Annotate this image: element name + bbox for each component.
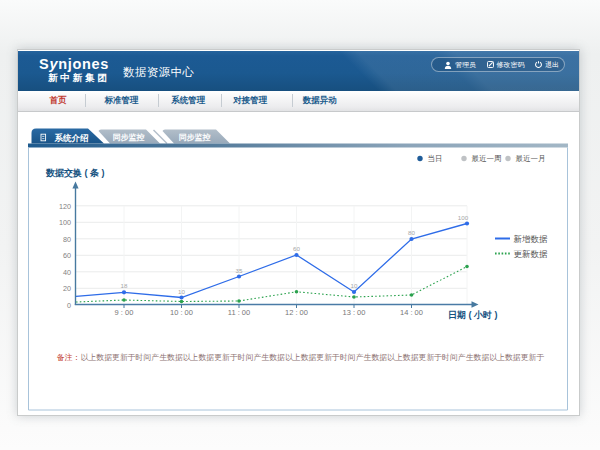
svg-text:最近一月: 最近一月: [516, 154, 546, 163]
svg-text:18: 18: [121, 282, 128, 289]
svg-text:14 : 00: 14 : 00: [400, 308, 423, 317]
svg-text:新增数据: 新增数据: [514, 234, 549, 244]
svg-text:10: 10: [178, 288, 185, 295]
svg-text:120: 120: [59, 202, 71, 211]
svg-text:备注：以上数据更新于时间产生数据以上数据更新于时间产生数据以: 备注：以上数据更新于时间产生数据以上数据更新于时间产生数据以上数据更新于时间产生…: [56, 353, 544, 362]
svg-text:35: 35: [236, 267, 243, 274]
svg-text:系统介绍: 系统介绍: [54, 133, 90, 143]
svg-text:80: 80: [408, 229, 415, 236]
svg-text:9 : 00: 9 : 00: [115, 308, 134, 317]
svg-text:更新数据: 更新数据: [514, 249, 549, 259]
svg-text:20: 20: [63, 284, 71, 293]
svg-text:13 : 00: 13 : 00: [343, 308, 366, 317]
svg-text:同步监控: 同步监控: [113, 133, 145, 142]
svg-text:40: 40: [63, 268, 71, 277]
svg-text:100: 100: [458, 214, 469, 221]
svg-text:0: 0: [67, 301, 71, 310]
svg-text:80: 80: [63, 235, 71, 244]
svg-text:10: 10: [351, 282, 358, 289]
svg-text:60: 60: [63, 251, 71, 260]
svg-text:数据交换 ( 条 ): 数据交换 ( 条 ): [45, 168, 105, 178]
svg-text:同步监控: 同步监控: [179, 133, 211, 142]
svg-text:日期 ( 小时 ): 日期 ( 小时 ): [448, 310, 498, 320]
svg-text:60: 60: [293, 245, 300, 252]
svg-text:11 : 00: 11 : 00: [228, 308, 250, 317]
svg-text:最近一周: 最近一周: [472, 154, 502, 163]
svg-text:10 : 00: 10 : 00: [170, 308, 193, 317]
svg-text:当日: 当日: [428, 154, 443, 163]
svg-text:12 : 00: 12 : 00: [285, 308, 308, 317]
svg-text:100: 100: [59, 218, 71, 227]
